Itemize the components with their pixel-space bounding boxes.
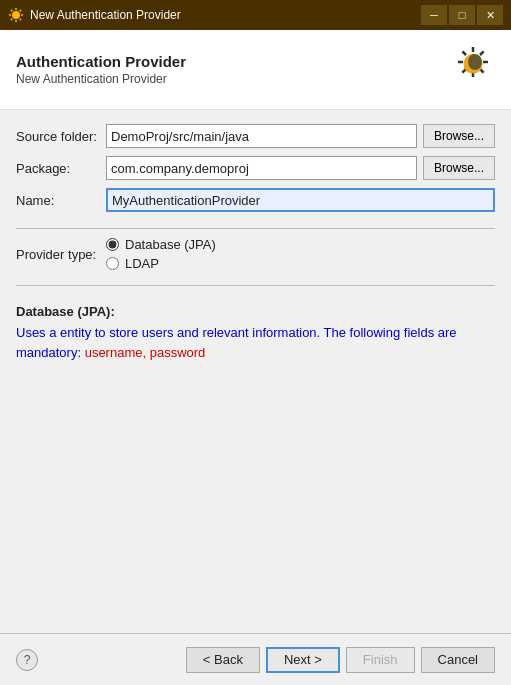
package-row: Package: Browse... — [16, 156, 495, 180]
window-controls: ─ □ ✕ — [421, 5, 503, 25]
svg-point-17 — [468, 54, 482, 70]
package-input[interactable] — [106, 156, 417, 180]
svg-line-6 — [20, 19, 21, 20]
maximize-button[interactable]: □ — [449, 5, 475, 25]
svg-line-10 — [480, 51, 484, 55]
footer-buttons: < Back Next > Finish Cancel — [186, 647, 495, 673]
name-label: Name: — [16, 193, 106, 208]
name-input[interactable] — [106, 188, 495, 212]
provider-type-row: Provider type: Database (JPA) LDAP — [16, 237, 495, 271]
svg-line-8 — [11, 19, 12, 20]
provider-ldap-option[interactable]: LDAP — [106, 256, 216, 271]
source-folder-label: Source folder: — [16, 129, 106, 144]
description-text: Uses a entity to store users and relevan… — [16, 323, 495, 362]
source-folder-browse-button[interactable]: Browse... — [423, 124, 495, 148]
svg-line-7 — [20, 10, 21, 11]
header-subtitle: New Authentication Provider — [16, 72, 186, 86]
description-mandatory-text: username, password — [85, 345, 206, 360]
brand-logo — [435, 42, 495, 97]
cancel-button[interactable]: Cancel — [421, 647, 495, 673]
database-label: Database (JPA) — [125, 237, 216, 252]
package-label: Package: — [16, 161, 106, 176]
provider-type-radio-group: Database (JPA) LDAP — [106, 237, 216, 271]
form-area: Source folder: Browse... Package: Browse… — [0, 110, 511, 633]
provider-database-option[interactable]: Database (JPA) — [106, 237, 216, 252]
provider-type-label: Provider type: — [16, 247, 106, 262]
back-button[interactable]: < Back — [186, 647, 260, 673]
ldap-label: LDAP — [125, 256, 159, 271]
source-folder-input[interactable] — [106, 124, 417, 148]
database-radio[interactable] — [106, 238, 119, 251]
main-content: Authentication Provider New Authenticati… — [0, 30, 511, 685]
minimize-button[interactable]: ─ — [421, 5, 447, 25]
svg-line-16 — [462, 51, 466, 55]
svg-point-0 — [12, 11, 20, 19]
header-text: Authentication Provider New Authenticati… — [16, 53, 186, 86]
footer: ? < Back Next > Finish Cancel — [0, 633, 511, 685]
description-section: Database (JPA): Uses a entity to store u… — [16, 304, 495, 633]
finish-button[interactable]: Finish — [346, 647, 415, 673]
next-button[interactable]: Next > — [266, 647, 340, 673]
description-title: Database (JPA): — [16, 304, 495, 319]
close-button[interactable]: ✕ — [477, 5, 503, 25]
header-title: Authentication Provider — [16, 53, 186, 70]
provider-divider — [16, 285, 495, 286]
description-main-text: Uses a entity to store users and relevan… — [16, 325, 457, 360]
source-folder-row: Source folder: Browse... — [16, 124, 495, 148]
app-icon — [8, 7, 24, 23]
package-browse-button[interactable]: Browse... — [423, 156, 495, 180]
name-row: Name: — [16, 188, 495, 212]
title-bar: New Authentication Provider ─ □ ✕ — [0, 0, 511, 30]
form-divider — [16, 228, 495, 229]
title-bar-text: New Authentication Provider — [30, 8, 421, 22]
header-section: Authentication Provider New Authenticati… — [0, 30, 511, 110]
svg-line-5 — [11, 10, 12, 11]
ldap-radio[interactable] — [106, 257, 119, 270]
help-button[interactable]: ? — [16, 649, 38, 671]
